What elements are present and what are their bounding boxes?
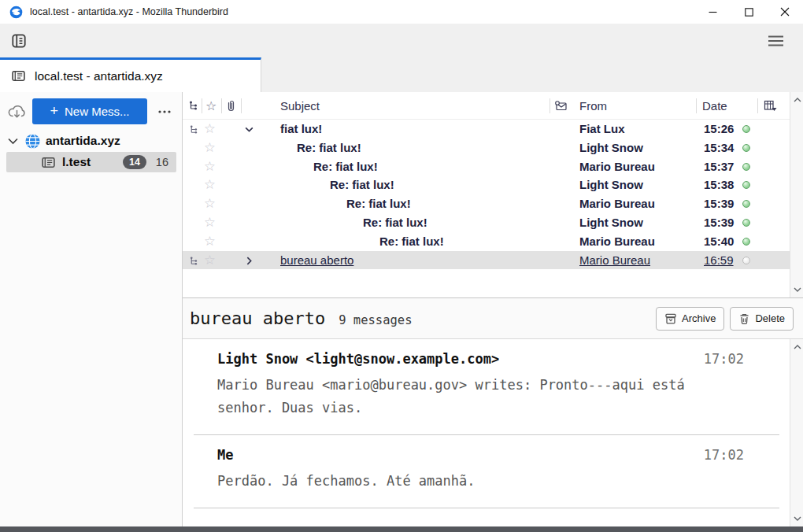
envelope-status-icon [554, 100, 568, 112]
from-column-header[interactable]: From [579, 92, 607, 119]
star-icon[interactable]: ☆ [204, 213, 216, 232]
date-cell: 15:38 [704, 175, 734, 194]
date-column-header[interactable]: Date [702, 92, 727, 119]
from-cell: Mario Bureau [579, 251, 650, 270]
delete-button[interactable]: Delete [730, 307, 794, 331]
scroll-up-icon[interactable] [792, 342, 802, 353]
subject-cell: Re: fiat lux! [346, 194, 411, 213]
tab-strip: local.test - antartida.xyz [0, 57, 803, 92]
thread-row[interactable]: ☆ Re: fiat lux! Mario Bureau 15:40 [183, 232, 790, 251]
date-cell: 16:59 [704, 251, 734, 270]
star-icon[interactable]: ☆ [204, 175, 216, 194]
scroll-up-icon[interactable] [792, 94, 802, 105]
thread-row[interactable]: ☆ Re: fiat lux! Mario Bureau 15:39 [183, 194, 790, 213]
new-message-label: New Mess... [65, 105, 130, 118]
subject-cell: Re: fiat lux! [330, 175, 394, 194]
message-pane-header: bureau aberto 9 messages Archive Delete [183, 297, 803, 339]
thunderbird-logo-icon [9, 6, 23, 19]
account-row-antartida[interactable]: antartida.xyz [0, 131, 182, 151]
column-separator [221, 98, 222, 113]
more-options-button[interactable] [154, 101, 176, 123]
globe-icon [24, 133, 41, 150]
archive-button[interactable]: Archive [656, 307, 724, 331]
spaces-toolbar-button[interactable] [7, 29, 31, 53]
unread-dot-icon [742, 125, 750, 133]
thread-row[interactable]: ☆ Re: fiat lux! Light Snow 15:39 [183, 213, 790, 232]
newsgroup-icon [11, 69, 26, 83]
thread-tree-icon [189, 256, 199, 266]
from-cell: Fiat Lux [579, 120, 625, 139]
date-cell: 15:40 [704, 232, 734, 251]
message-time: 17:02 [704, 447, 744, 463]
message-item[interactable]: Light Snow <light@snow.example.com> 17:0… [183, 351, 790, 419]
thread-row-selected[interactable]: ☆ bureau aberto Mario Bureau 16:59 [183, 251, 790, 270]
column-picker-button[interactable] [764, 92, 777, 119]
app-menu-button[interactable] [762, 29, 789, 53]
from-cell: Light Snow [579, 175, 643, 194]
folder-name: l.test [62, 155, 91, 169]
chevron-down-icon[interactable] [8, 138, 18, 145]
star-column-button[interactable]: ☆ [205, 92, 216, 119]
thread-row[interactable]: ☆ Re: fiat lux! Mario Bureau 15:37 [183, 157, 790, 176]
kebab-icon [158, 110, 171, 113]
total-count: 16 [156, 156, 168, 168]
thread-list-scrollbar[interactable] [790, 92, 803, 297]
tab-label: local.test - antartida.xyz [35, 69, 163, 83]
thread-list-header: ☆ Subject From Date [183, 92, 790, 120]
star-icon[interactable]: ☆ [204, 194, 216, 213]
subject-column-header[interactable]: Subject [280, 92, 320, 119]
star-icon[interactable]: ☆ [204, 120, 216, 139]
message-item[interactable]: Me 17:02 Perdão. Já fechamos. Até amanhã… [183, 447, 790, 493]
thread-column-button[interactable] [188, 92, 199, 119]
unread-dot-icon [742, 163, 750, 171]
minimize-button[interactable] [694, 0, 731, 24]
message-header: Light Snow <light@snow.example.com> 17:0… [217, 351, 744, 367]
star-icon[interactable]: ☆ [204, 251, 216, 270]
folder-pane: + New Mess... antartida.xyz l.test 14 16 [0, 92, 183, 526]
close-icon [780, 7, 790, 17]
thread-row[interactable]: ☆ fiat lux! Fiat Lux 15:26 [183, 120, 790, 139]
unified-toolbar [0, 24, 803, 57]
date-cell: 15:34 [704, 139, 734, 157]
thunderbird-window: local.test - antartida.xyz - Mozilla Thu… [0, 0, 803, 532]
scroll-down-icon[interactable] [792, 284, 802, 295]
subject-cell: Re: fiat lux! [379, 232, 444, 251]
thread-pane: ☆ Subject From Date ☆ fia [183, 92, 790, 297]
folder-row-ltest[interactable]: l.test 14 16 [6, 152, 176, 172]
message-status-column-button[interactable] [554, 92, 568, 119]
star-icon[interactable]: ☆ [204, 232, 216, 251]
hamburger-icon [768, 35, 783, 46]
archive-label: Archive [682, 312, 716, 324]
maximize-icon [745, 8, 753, 17]
folder-pane-toolbar: + New Mess... [0, 92, 182, 129]
get-messages-button[interactable] [5, 100, 28, 124]
twisty-collapsed-icon[interactable] [244, 256, 254, 266]
scroll-down-icon[interactable] [792, 513, 802, 524]
close-button[interactable] [767, 0, 803, 24]
message-header: Me 17:02 [217, 447, 744, 463]
twisty-expanded-icon[interactable] [244, 124, 254, 135]
column-picker-icon [764, 99, 777, 112]
message-body: Perdão. Já fechamos. Até amanhã. [217, 470, 744, 493]
star-icon[interactable]: ☆ [204, 139, 216, 157]
attachment-column-button[interactable] [226, 92, 236, 119]
thread-row[interactable]: ☆ Re: fiat lux! Light Snow 15:38 [183, 175, 790, 194]
thread-row[interactable]: ☆ Re: fiat lux! Light Snow 15:34 [183, 139, 790, 157]
message-actions: Archive Delete [656, 307, 794, 331]
window-title: local.test - antartida.xyz - Mozilla Thu… [30, 6, 694, 17]
column-separator [550, 98, 550, 113]
spaces-icon [10, 32, 28, 50]
delete-label: Delete [755, 312, 785, 324]
unread-dot-icon [742, 219, 750, 227]
message-sender: Light Snow <light@snow.example.com> [217, 351, 704, 367]
unread-count-badge: 14 [123, 155, 146, 169]
date-cell: 15:39 [704, 213, 734, 232]
subject-cell: Re: fiat lux! [297, 139, 361, 157]
new-message-button[interactable]: + New Mess... [32, 98, 147, 124]
unread-dot-icon [742, 181, 750, 189]
maximize-button[interactable] [731, 0, 767, 24]
tab-local-test[interactable]: local.test - antartida.xyz [0, 57, 261, 92]
star-icon[interactable]: ☆ [204, 157, 216, 176]
from-cell: Mario Bureau [579, 194, 655, 213]
message-list-scrollbar[interactable] [790, 339, 803, 526]
